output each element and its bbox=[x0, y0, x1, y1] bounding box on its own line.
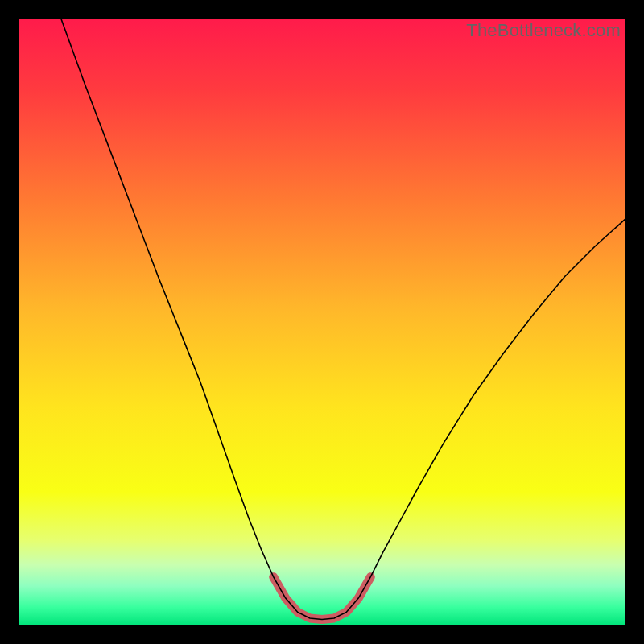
chart-svg bbox=[19, 19, 625, 625]
chart-frame: TheBottleneck.com bbox=[0, 0, 644, 644]
plot-area: TheBottleneck.com bbox=[19, 19, 625, 625]
watermark-text: TheBottleneck.com bbox=[466, 20, 621, 41]
gradient-background bbox=[19, 19, 625, 625]
